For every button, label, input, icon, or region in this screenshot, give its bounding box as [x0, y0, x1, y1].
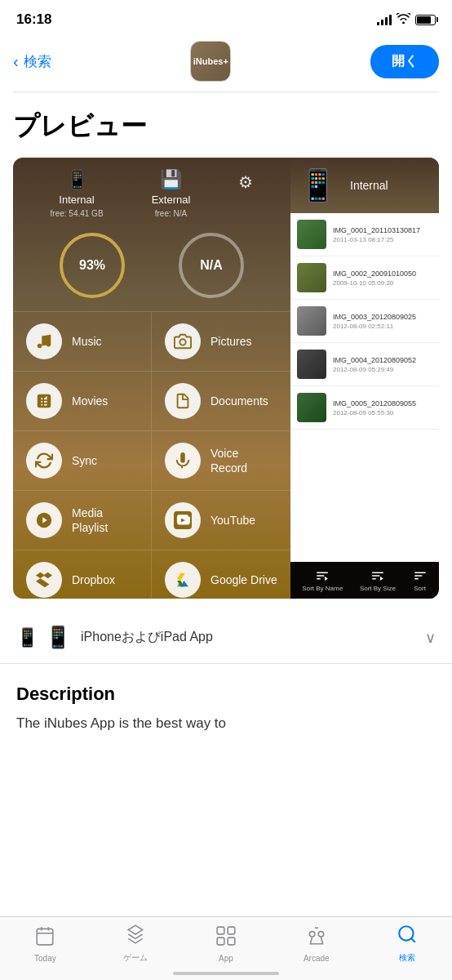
- iphone-icon: 📱: [16, 627, 38, 648]
- svg-point-0: [38, 344, 42, 349]
- grid-item-sync[interactable]: Sync: [13, 431, 152, 491]
- tab-arcade[interactable]: Arcade: [292, 925, 341, 963]
- microphone-icon-circle: [165, 443, 201, 479]
- grid-item-movies[interactable]: Movies: [13, 372, 152, 431]
- right-internal-label: Internal: [350, 179, 388, 192]
- file-name-3: IMG_0003_20120809025: [333, 313, 432, 321]
- sort-button[interactable]: Sort: [413, 568, 428, 592]
- file-item-4[interactable]: IMG_0004_20120809052 2012-08-09 05:29:49: [290, 343, 439, 386]
- svg-rect-11: [217, 938, 224, 945]
- phone-icon: 📱: [66, 169, 88, 190]
- screenshot-container: 📱 Internal free: 54.41 GB 💾 External fre…: [13, 158, 439, 599]
- file-item-2[interactable]: IMG_0002_20091010050 2009-10-10 05:09:20: [290, 256, 439, 300]
- grid-item-pictures[interactable]: Pictures: [152, 312, 290, 372]
- file-date-1: 2011-03-13 08:17:25: [333, 236, 432, 243]
- internal-label: Internal: [59, 194, 94, 206]
- battery-icon: [415, 15, 436, 25]
- tab-app-label: App: [219, 954, 233, 963]
- circles-row: 93% N/A: [13, 226, 290, 311]
- tab-app[interactable]: App: [202, 925, 250, 963]
- file-item-1[interactable]: IMG_0001_201103130817 2011-03-13 08:17:2…: [290, 213, 439, 256]
- sort-label: Sort: [414, 585, 426, 592]
- signal-icon: [377, 14, 392, 25]
- sort-size-label: Sort By Size: [360, 585, 396, 592]
- document-icon-circle: [165, 383, 201, 419]
- grid-item-youtube[interactable]: YouTube: [152, 491, 290, 550]
- grid-item-music[interactable]: Music: [13, 312, 152, 372]
- internal-progress: 93%: [60, 233, 125, 298]
- file-thumb-4: [297, 350, 326, 379]
- grid-item-media-playlist[interactable]: Media Playlist: [13, 491, 152, 550]
- games-icon: [125, 924, 146, 950]
- file-info-3: IMG_0003_20120809025 2012-08-09 02:52:11: [333, 313, 432, 330]
- grid-item-voice[interactable]: Voice Record: [152, 431, 290, 491]
- sync-label: Sync: [72, 453, 97, 468]
- file-name-1: IMG_0001_201103130817: [333, 226, 432, 234]
- open-button[interactable]: 開く: [370, 45, 439, 78]
- preview-section: プレビュー 📱 Internal free: 54.41 GB 💾 Extern…: [0, 92, 452, 612]
- camera-icon-circle: [165, 323, 201, 359]
- grid-item-documents[interactable]: Documents: [152, 372, 290, 431]
- dropbox-icon-circle: [26, 562, 62, 598]
- sort-by-size-button[interactable]: Sort By Size: [360, 568, 396, 592]
- youtube-label: YouTube: [210, 513, 255, 528]
- app-icon: iNubes+: [190, 41, 231, 82]
- sort-bar: Sort By Name Sort By Size Sort: [290, 562, 439, 599]
- gear-icon[interactable]: ⚙: [238, 169, 253, 192]
- file-item-5[interactable]: IMG_0005_20120809055 2012-08-09 05:55:30: [290, 386, 439, 430]
- svg-point-1: [47, 342, 51, 347]
- file-info-5: IMG_0005_20120809055 2012-08-09 05:55:30: [333, 399, 432, 416]
- svg-rect-9: [217, 927, 224, 934]
- home-indicator: [173, 972, 279, 975]
- file-item-3[interactable]: IMG_0003_20120809025 2012-08-09 02:52:11: [290, 300, 439, 343]
- svg-point-13: [399, 926, 413, 940]
- tab-games[interactable]: ゲーム: [111, 924, 160, 964]
- file-date-3: 2012-08-09 02:52:11: [333, 323, 432, 330]
- tab-arcade-label: Arcade: [304, 954, 330, 963]
- file-thumb-2: [297, 263, 326, 292]
- movies-label: Movies: [72, 394, 108, 408]
- file-thumb-5: [297, 393, 326, 422]
- file-info-4: IMG_0004_20120809052 2012-08-09 05:29:49: [333, 356, 432, 373]
- internal-free: free: 54.41 GB: [51, 209, 104, 218]
- wifi-icon: [397, 13, 410, 26]
- external-progress: N/A: [179, 233, 244, 298]
- tab-search[interactable]: 検索: [383, 924, 432, 964]
- sync-icon-circle: [26, 443, 62, 479]
- external-free: free: N/A: [155, 209, 187, 218]
- description-section: Description The iNubes App is the best w…: [0, 664, 452, 747]
- youtube-icon-circle: [165, 502, 201, 538]
- file-info-2: IMG_0002_20091010050 2009-10-10 05:09:20: [333, 270, 432, 287]
- arcade-icon: [306, 925, 327, 951]
- documents-label: Documents: [210, 394, 268, 408]
- status-icons: [377, 13, 436, 26]
- playlist-icon-circle: [26, 502, 62, 538]
- description-title: Description: [16, 684, 436, 705]
- movie-icon-circle: [26, 383, 62, 419]
- grid-item-dropbox[interactable]: Dropbox: [13, 550, 152, 599]
- svg-rect-10: [228, 927, 235, 934]
- ipad-icon: 📱: [45, 625, 71, 650]
- tablet-icon: 💾: [160, 169, 182, 190]
- tab-games-label: ゲーム: [123, 952, 148, 964]
- app-store-icon: [215, 925, 237, 951]
- back-button[interactable]: ‹ 検索: [13, 52, 51, 71]
- tab-today[interactable]: Today: [20, 925, 69, 963]
- sort-by-name-button[interactable]: Sort By Name: [302, 568, 343, 592]
- internal-storage: 📱 Internal free: 54.41 GB: [51, 169, 104, 218]
- device-row[interactable]: 📱 📱 iPhoneおよびiPad App ∨: [0, 612, 452, 664]
- file-list: IMG_0001_201103130817 2011-03-13 08:17:2…: [290, 213, 439, 562]
- back-label: 検索: [24, 52, 51, 71]
- google-drive-icon-circle: [165, 562, 201, 598]
- external-label: External: [152, 194, 191, 206]
- voice-record-label: Voice Record: [210, 446, 277, 475]
- device-icons: 📱 📱 iPhoneおよびiPad App: [16, 625, 213, 650]
- grid-item-google-drive[interactable]: Google Drive: [152, 550, 290, 599]
- external-storage: 💾 External free: N/A: [152, 169, 191, 218]
- file-name-5: IMG_0005_20120809055: [333, 399, 432, 408]
- app-grid: Music Pictures Movies: [13, 311, 290, 599]
- file-name-4: IMG_0004_20120809052: [333, 356, 432, 364]
- file-info-1: IMG_0001_201103130817 2011-03-13 08:17:2…: [333, 226, 432, 243]
- svg-rect-12: [228, 938, 235, 945]
- media-playlist-label: Media Playlist: [72, 506, 138, 535]
